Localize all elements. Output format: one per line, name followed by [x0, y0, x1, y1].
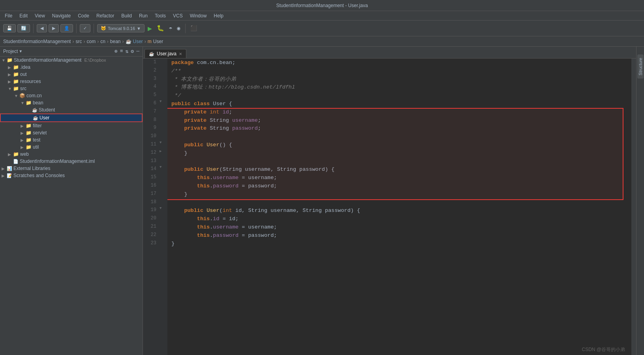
tab-label: User.java [157, 51, 176, 57]
tree-item-out[interactable]: ▶ 📁 out [0, 71, 143, 78]
iml-icon: 📄 [13, 159, 19, 164]
code-line-15: this.username = username; [171, 174, 627, 182]
panel-collapse-icon[interactable]: ≡ [120, 48, 123, 55]
code-line-21: this.username = username; [171, 223, 627, 231]
structure-sidebar: Structure [636, 47, 644, 355]
menu-file[interactable]: File [2, 12, 15, 19]
menu-refactor[interactable]: Refactor [93, 12, 117, 19]
code-line-7: private int id; [171, 108, 627, 116]
fold-icon-19[interactable]: ▼ [160, 206, 161, 210]
line-num-12: 12 [143, 149, 156, 157]
menu-view[interactable]: View [32, 12, 48, 19]
breadcrumb-cn[interactable]: cn [100, 39, 105, 44]
line-num-23: 23 [143, 240, 156, 248]
code-content[interactable]: package com.cn.bean; /** * 本文作者：谷哥的小弟 * … [167, 59, 631, 355]
breadcrumb-user-method[interactable]: User [153, 39, 163, 44]
profile-button[interactable]: ◉ [175, 25, 182, 32]
breadcrumb-project[interactable]: StudentInformationManagement [3, 39, 71, 44]
user-java-icon: ☕ [33, 115, 38, 121]
menu-vcs[interactable]: VCS [170, 12, 186, 19]
code-line-4: * 博客地址：http://blog.csdn.net/lfdfhl [171, 83, 627, 91]
line-num-17: 17 [143, 190, 156, 198]
breadcrumb-src[interactable]: src [75, 39, 82, 44]
forward-button[interactable]: ▶ [49, 24, 59, 32]
menu-edit[interactable]: Edit [16, 12, 31, 19]
dropdown-icon: ▼ [137, 26, 141, 31]
test-folder-icon: 📁 [26, 137, 32, 143]
breadcrumb: StudentInformationManagement › src › com… [0, 36, 644, 47]
structure-label[interactable]: Structure [637, 55, 644, 79]
scrollbar-right[interactable] [631, 59, 636, 355]
editor-tabs: ☕ User.java ✕ [143, 47, 636, 59]
breadcrumb-com[interactable]: com [86, 39, 96, 44]
tree-label-root: StudentInformationManagement [14, 57, 81, 63]
folder-icon: 📁 [7, 57, 13, 63]
src-folder-icon: 📁 [13, 86, 19, 91]
tree-item-servlet[interactable]: ▶ 📁 servlet [0, 129, 143, 136]
tab-close-button[interactable]: ✕ [179, 52, 182, 56]
tomcat-selector[interactable]: 🐱 Tomcat 9.0.16 ▼ [97, 24, 145, 32]
code-line-16: this.password = password; [171, 182, 627, 190]
tree-arrow-resources: ▶ [8, 79, 12, 84]
tree-item-filter[interactable]: ▶ 📁 filter [0, 122, 143, 129]
tree-item-root[interactable]: ▼ 📁 StudentInformationManagement E:\Drop… [0, 57, 143, 64]
coverage-button[interactable]: ☂ [167, 25, 174, 32]
fold-icon-11[interactable]: ▼ [160, 141, 161, 145]
tree-item-idea[interactable]: ▶ 📁 .idea [0, 64, 143, 71]
tree-item-bean[interactable]: ▼ 📁 bean [0, 99, 143, 106]
tree-item-resources[interactable]: ▶ 📁 resources [0, 78, 143, 85]
filter-folder-icon: 📁 [26, 123, 32, 128]
breadcrumb-bean[interactable]: bean [110, 39, 121, 44]
menu-build[interactable]: Build [118, 12, 135, 19]
menu-navigate[interactable]: Navigate [49, 12, 74, 19]
menu-help[interactable]: Help [210, 12, 227, 19]
panel-settings-icon[interactable]: ⚙ [131, 48, 134, 55]
tree-label-user: User [39, 115, 49, 121]
tree-item-util[interactable]: ▶ 📁 util [0, 144, 143, 151]
panel-locate-icon[interactable]: ⊕ [115, 48, 118, 55]
tree-label-web: web [20, 151, 29, 157]
menu-code[interactable]: Code [75, 12, 92, 19]
tree-item-scratches[interactable]: ▶ 📝 Scratches and Consoles [0, 172, 143, 179]
debug-button[interactable]: 🐛 [155, 25, 166, 32]
menu-tools[interactable]: Tools [152, 12, 169, 19]
menu-run[interactable]: Run [136, 12, 151, 19]
editor-tab-user[interactable]: ☕ User.java ✕ [145, 49, 186, 58]
tree-label-out: out [20, 72, 27, 77]
tree-label-filter: filter [33, 123, 42, 128]
save-button[interactable]: 💾 [3, 24, 16, 32]
tree-item-comcn[interactable]: ▼ 📦 com.cn [0, 92, 143, 99]
line-num-6: 6 [143, 100, 156, 108]
code-line-2: /** [171, 67, 627, 75]
code-line-5: */ [171, 91, 627, 100]
project-panel: Project ▼ ⊕ ≡ ⇅ ⚙ — ▼ 📁 StudentInformati… [0, 47, 143, 355]
refresh-button[interactable]: 🔄 [17, 24, 30, 32]
user-button[interactable]: 👤 [60, 24, 73, 32]
code-line-20: this.id = id; [171, 215, 627, 223]
fold-icon-6[interactable]: ▼ [160, 100, 161, 104]
breadcrumb-user-class[interactable]: User [133, 39, 143, 44]
panel-sort-icon[interactable]: ⇅ [126, 48, 129, 55]
code-editor[interactable]: 1 2 3 4 5 6 7 8 9 10 11 12 13 14 15 16 1… [143, 59, 636, 355]
tree-item-user[interactable]: ☕ User [0, 113, 143, 122]
tree-arrow-idea: ▶ [8, 65, 12, 70]
line-num-19: 19 [143, 206, 156, 215]
breadcrumb-user-method-icon: m [148, 39, 152, 44]
tree-item-iml[interactable]: 📄 StudentInformationManagement.iml [0, 158, 143, 165]
line-num-14: 14 [143, 165, 156, 174]
fold-icon-12[interactable]: ▶ [160, 149, 161, 153]
tree-item-web[interactable]: ▶ 📁 web [0, 151, 143, 158]
panel-minimize-icon[interactable]: — [136, 48, 139, 55]
tree-item-src[interactable]: ▼ 📁 src [0, 85, 143, 92]
back-button[interactable]: ◀ [37, 24, 47, 32]
tree-item-test[interactable]: ▶ 📁 test [0, 136, 143, 144]
run-button[interactable]: ▶ [146, 24, 154, 33]
fold-icon-14[interactable]: ▼ [160, 165, 161, 169]
tree-item-extlibs[interactable]: ▶ 📊 External Libraries [0, 165, 143, 172]
line-num-16: 16 [143, 182, 156, 190]
stop-button[interactable]: ⬛ [189, 25, 199, 32]
menu-window[interactable]: Window [187, 12, 210, 19]
check-button[interactable]: ✓ [80, 24, 90, 32]
tomcat-icon: 🐱 [101, 26, 106, 31]
tree-item-student[interactable]: ☕ Student [0, 106, 143, 113]
